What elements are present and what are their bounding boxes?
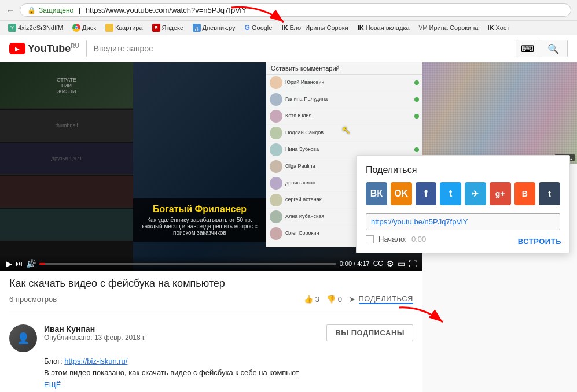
- meta-actions: 👍 3 👎 0 ➤ ПОДЕЛИТЬСЯ: [304, 294, 413, 304]
- share-icons-row: ВК OK f t ✈ g+ B t: [366, 182, 560, 205]
- bf-subtitle: Как удалённику зарабатывать от 50 тр. ка…: [139, 217, 260, 236]
- video-meta: 6 просмотров 👍 3 👎 0 ➤ ПОДЕЛИТЬСЯ: [9, 294, 413, 310]
- volume-button[interactable]: 🔊: [26, 259, 36, 268]
- share-arrow-icon: ➤: [349, 295, 356, 304]
- share-label: ПОДЕЛИТЬСЯ: [359, 294, 413, 304]
- channel-blog: Блог: https://biz-iskun.ru/: [0, 352, 422, 368]
- back-button[interactable]: ←: [6, 5, 15, 16]
- video-controls: ▶ ⏭ 🔊 0:00 / 4:17 CC ⚙ ▭ ⛶: [0, 256, 422, 271]
- share-tg-button[interactable]: ✈: [465, 182, 486, 205]
- blog-link[interactable]: https://biz-iskun.ru/: [64, 357, 127, 365]
- embed-button[interactable]: ВСТРОИТЬ: [518, 237, 561, 246]
- comment-row-1: Юрий Иванович: [266, 75, 422, 91]
- video-title: Как скачать видео с фейсбука на компьюте…: [9, 278, 413, 290]
- lock-label: Защищено: [39, 6, 73, 14]
- share-url-box[interactable]: https://youtu.be/n5PJq7fpViY: [366, 213, 560, 230]
- share-start-time: 0:00: [411, 235, 426, 243]
- dislike-icon: 👎: [326, 295, 336, 304]
- search-button[interactable]: 🔍: [539, 40, 567, 57]
- browser-bar: ← 🔒 Защищено | https://www.youtube.com/w…: [0, 0, 577, 21]
- share-start-checkbox[interactable]: [366, 235, 374, 243]
- bookmark-new-tab[interactable]: IK Новая вкладка: [354, 23, 413, 32]
- comment-row-4: Нодлаи Саидов: [266, 125, 422, 142]
- progress-fill: [39, 263, 45, 265]
- theater-button[interactable]: ▭: [398, 259, 405, 268]
- like-count: 3: [315, 295, 319, 304]
- bookmarks-bar: Y 4xiz2eSr3NdffM Диск Квартира Я Яндекс …: [0, 21, 577, 35]
- channel-details: Иван Кунпан Опубликовано: 13 февр. 2018 …: [44, 324, 319, 342]
- view-count: 6 просмотров: [9, 295, 57, 304]
- youtube-logo[interactable]: YouTubeRU: [9, 43, 79, 55]
- share-vk-button[interactable]: ВК: [366, 182, 387, 205]
- channel-info: 👤 Иван Кунпан Опубликовано: 13 февр. 201…: [0, 324, 422, 352]
- comment-row-2: Галина Полудина: [266, 91, 422, 108]
- more-button[interactable]: ЕЩЁ: [0, 380, 422, 392]
- bookmark-host[interactable]: IK Хост: [484, 23, 513, 32]
- subscribe-button[interactable]: ВЫ ПОДПИСАНЫ: [326, 324, 413, 341]
- like-button[interactable]: 👍 3: [304, 295, 319, 304]
- dislike-count: 0: [338, 295, 342, 304]
- bookmark-google[interactable]: G Google: [241, 23, 276, 33]
- dislike-button[interactable]: 👎 0: [326, 295, 342, 304]
- bookmark-4xiz[interactable]: Y 4xiz2eSr3NdffM: [5, 23, 67, 33]
- fullscreen-button[interactable]: ⛶: [409, 259, 417, 268]
- bookmark-dnevnik[interactable]: д Дневник.ру: [189, 23, 239, 33]
- comment-header: Оставить комментарий: [266, 62, 422, 75]
- share-tw-button[interactable]: t: [440, 182, 461, 205]
- youtube-logo-text: YouTubeRU: [28, 43, 79, 55]
- search-input[interactable]: [87, 40, 516, 57]
- search-icon: 🔍: [547, 43, 559, 54]
- play-button[interactable]: ▶: [6, 259, 12, 268]
- subtitle-button[interactable]: CC: [373, 260, 383, 268]
- lock-icon: 🔒: [27, 6, 36, 14]
- next-button[interactable]: ⏭: [16, 260, 23, 268]
- share-fb-button[interactable]: f: [416, 182, 437, 205]
- share-ok-button[interactable]: OK: [391, 182, 412, 205]
- channel-date: Опубликовано: 13 февр. 2018 г.: [44, 334, 319, 342]
- url-bar[interactable]: 🔒 Защищено | https://www.youtube.com/wat…: [20, 3, 571, 17]
- progress-bar[interactable]: [39, 263, 336, 265]
- youtube-header: YouTubeRU ⌨ 🔍: [0, 35, 577, 62]
- search-bar: ⌨ 🔍: [86, 40, 568, 57]
- bookmark-yandex[interactable]: Я Яндекс: [149, 23, 187, 33]
- share-popup: Поделиться ВК OK f t ✈ g+ B t https://yo…: [356, 155, 570, 253]
- bf-overlay: Богатый Фрилансер Как удалённику зарабат…: [133, 198, 266, 242]
- keyboard-button[interactable]: ⌨: [516, 40, 539, 57]
- youtube-logo-icon: [9, 43, 25, 54]
- bookmark-disk[interactable]: Диск: [69, 23, 100, 33]
- channel-avatar: 👤: [9, 324, 37, 352]
- like-icon: 👍: [304, 295, 313, 304]
- share-start-label: Начало:: [378, 235, 407, 243]
- share-popup-title: Поделиться: [366, 165, 560, 175]
- bf-title: Богатый Фрилансер: [139, 204, 260, 215]
- url-text: https://www.youtube.com/watch?v=n5PJq7fp…: [86, 6, 247, 14]
- time-display: 0:00 / 4:17: [340, 260, 370, 267]
- video-left-panel: СТРАТЕГИИЖИЗНИ thumbnail Друзья 1,971: [0, 62, 133, 271]
- bookmark-kvartira[interactable]: Квартира: [102, 23, 146, 33]
- share-url-row: https://youtu.be/n5PJq7fpViY: [366, 213, 560, 230]
- share-tu-button[interactable]: t: [539, 182, 560, 205]
- bookmark-irina[interactable]: VM Ирина Сорокина: [416, 23, 482, 32]
- bookmark-blog-irina[interactable]: IK Блог Ирины Сороки: [278, 23, 351, 32]
- share-bl-button[interactable]: B: [514, 182, 536, 205]
- keyboard-icon: ⌨: [521, 43, 534, 54]
- channel-description: В этом видео показано, как скачать видео…: [0, 368, 422, 380]
- comment-row-3: Котя Юлия: [266, 108, 422, 125]
- channel-name: Иван Кунпан: [44, 324, 319, 334]
- share-button[interactable]: ➤ ПОДЕЛИТЬСЯ: [349, 294, 413, 304]
- settings-button[interactable]: ⚙: [387, 259, 394, 268]
- sidebar-thumbnail-1[interactable]: ATY...: [422, 62, 577, 164]
- share-gp-button[interactable]: g+: [490, 182, 511, 205]
- video-info: Как скачать видео с фейсбука на компьюте…: [0, 271, 422, 324]
